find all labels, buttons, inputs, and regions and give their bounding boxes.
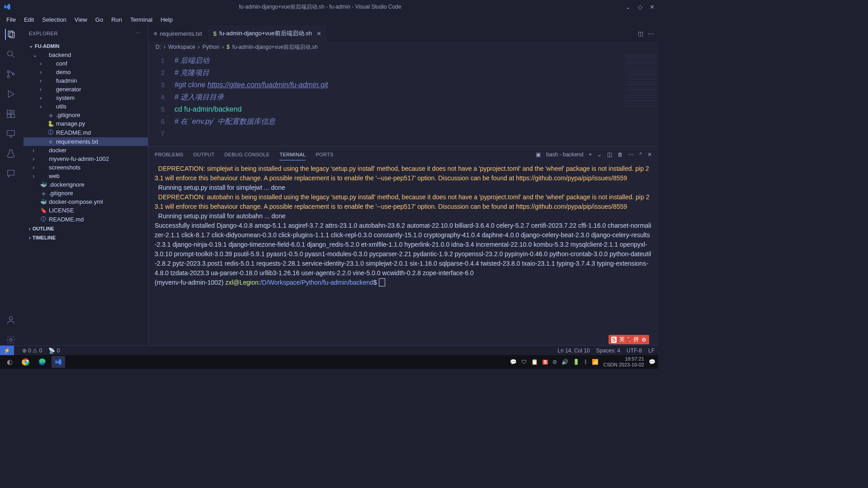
tray-network-icon[interactable]: 📶 [592,359,599,365]
menu-run[interactable]: Run [108,15,126,24]
kill-terminal-icon[interactable]: 🗑 [618,149,623,160]
project-root[interactable]: ⌄FU-ADMIN [24,41,148,51]
outline-section[interactable]: ›OUTLINE [24,224,148,233]
tray-wechat-icon[interactable]: 💬 [510,359,517,365]
menu-file[interactable]: File [3,15,19,24]
panel-tab-output[interactable]: OUTPUT [193,149,215,160]
testing-icon[interactable] [5,148,16,159]
tree-item[interactable]: ›screenshots [24,163,148,172]
tree-item[interactable]: 🐳docker-compose.yml [24,197,148,206]
menu-view[interactable]: View [71,15,91,24]
taskbar-edge-icon[interactable] [35,356,49,368]
new-terminal-icon[interactable]: + [589,149,592,160]
status-spaces[interactable]: Spaces: 4 [596,347,620,354]
chevron-down-icon[interactable]: ⌄ [626,4,631,10]
panel-tab-ports[interactable]: PORTS [316,149,333,160]
taskbar-vscode-icon[interactable] [52,356,65,368]
tray-defender-icon[interactable]: 🛡 [521,359,527,365]
remote-indicator[interactable]: ⚡ [0,346,14,355]
bottom-panel: PROBLEMS OUTPUT DEBUG CONSOLE TERMINAL P… [148,146,658,345]
tree-item[interactable]: 🐍manage.py [24,119,148,128]
source-control-icon[interactable] [5,69,16,80]
ime-badge[interactable]: S 英ˇ, 拼⚙ [609,335,649,344]
taskbar-start-icon[interactable]: ◐ [3,356,16,368]
status-encoding[interactable]: UTF-8 [627,347,642,354]
file-tree: ⌄FU-ADMIN ⌄backend›conf›demo›fuadmin›gen… [22,41,148,345]
more-actions-icon[interactable]: ⋯ [648,30,654,37]
tray-clock[interactable]: 18:57:21 CSDN 2023-10-02 [603,356,644,368]
menu-help[interactable]: Help [157,15,176,24]
statusbar: ⚡ ⊗ 0 ⚠ 0 📡 0 Ln 14, Col 10 Spaces: 4 UT… [0,345,658,355]
tree-item[interactable]: 🐳.dockerignore [24,180,148,189]
explorer-icon[interactable] [5,29,16,40]
tree-item[interactable]: ◈.gitignore [24,111,148,119]
menubar: File Edit Selection View Go Run Terminal… [0,14,658,25]
tree-item[interactable]: ›docker [24,146,148,155]
chat-icon[interactable] [5,168,16,179]
menu-selection[interactable]: Selection [38,15,70,24]
status-eol[interactable]: LF [648,347,655,354]
tab-requirements[interactable]: ≡requirements.txt [148,25,208,42]
close-tab-icon[interactable]: ✕ [316,30,321,37]
menu-edit[interactable]: Edit [20,15,38,24]
code-editor[interactable]: 1234567 # 后端启动# 克隆项目#git clone https://g… [148,52,658,146]
tab-shell-script[interactable]: $fu-admin-django+vue前后端启动.sh✕ [208,25,327,42]
tray-s-icon[interactable]: S [542,360,548,365]
tree-item[interactable]: ›generator [24,85,148,94]
status-errors[interactable]: ⊗ 0 ⚠ 0 [22,347,42,354]
account-icon[interactable] [5,314,16,325]
extensions-icon[interactable] [5,108,16,119]
tree-item[interactable]: 🔖LICENSE [24,206,148,215]
svg-point-3 [7,70,9,73]
tree-item[interactable]: ⌄backend [24,51,148,59]
menu-go[interactable]: Go [92,15,107,24]
terminal-shell-label[interactable]: bash - backend [546,149,583,160]
timeline-section[interactable]: ›TIMELINE [24,233,148,242]
taskbar-chrome-icon[interactable] [19,356,33,368]
remote-explorer-icon[interactable] [5,128,16,139]
panel-tab-problems[interactable]: PROBLEMS [155,149,184,160]
svg-point-4 [7,75,9,78]
menu-terminal[interactable]: Terminal [127,15,156,24]
panel-tab-debug[interactable]: DEBUG CONSOLE [225,149,270,160]
split-editor-icon[interactable]: ◫ [638,30,643,37]
terminal-output[interactable]: DEPRECATION: simplejwt is being installe… [148,162,658,345]
tree-item[interactable]: ›fuadmin [24,76,148,85]
tree-item[interactable]: ›web [24,172,148,180]
tree-item[interactable]: ›myvenv-fu-admin-1002 [24,155,148,163]
tree-item[interactable]: ›system [24,94,148,102]
tree-item[interactable]: ⓘREADME.md [24,215,148,224]
explorer-title: EXPLORER [29,31,58,36]
status-cursor[interactable]: Ln 14, Col 10 [557,347,590,354]
close-icon[interactable]: ✕ [650,4,655,10]
breadcrumb[interactable]: D:› Workspace› Python› $fu-admin-django+… [148,42,658,52]
terminal-dropdown-icon[interactable]: ⌄ [597,149,602,160]
tray-notifications-icon[interactable]: 💬 [649,359,656,365]
panel-tab-terminal[interactable]: TERMINAL [279,149,306,160]
tree-item[interactable]: ◈.gitignore [24,189,148,197]
tree-item[interactable]: ›utils [24,102,148,111]
tree-item[interactable]: ›demo [24,68,148,76]
activity-bar [0,25,22,345]
tree-item[interactable]: ›conf [24,59,148,68]
svg-rect-10 [7,131,15,136]
more-terminal-icon[interactable]: ⋯ [628,149,634,160]
more-icon[interactable]: ⋯ [136,30,141,36]
run-debug-icon[interactable] [5,89,16,99]
tray-note-icon[interactable]: 📋 [531,359,538,365]
svg-rect-7 [7,114,10,117]
tray-bluetooth-icon[interactable]: ᛒ [584,359,587,365]
split-terminal-icon[interactable]: ◫ [607,149,612,160]
minimap[interactable] [625,54,656,108]
maximize-icon[interactable]: ◇ [638,4,642,10]
tray-battery-icon[interactable]: 🔋 [573,359,580,365]
maximize-panel-icon[interactable]: ^ [639,149,642,160]
gear-icon[interactable] [5,334,16,345]
tree-item[interactable]: ≡requirements.txt [24,137,148,146]
search-icon[interactable] [5,49,16,60]
close-panel-icon[interactable]: ✕ [647,149,652,160]
status-ports[interactable]: 📡 0 [48,347,60,354]
tray-stop-icon[interactable]: ⊘ [552,359,557,365]
tray-volume-icon[interactable]: 🔊 [561,359,568,365]
tree-item[interactable]: ⓘREADME.md [24,128,148,137]
